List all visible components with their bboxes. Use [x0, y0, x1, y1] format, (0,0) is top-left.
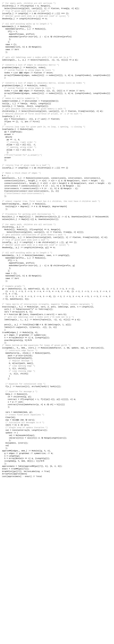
- code-line: ];: [2, 41, 112, 43]
- code-line: (* Converts a list of edges to adjacency…: [2, 64, 112, 66]
- code-line: [2, 408, 112, 411]
- code-line: -1, J[[1, child]]: [2, 372, 112, 375]
- code-line: ];: [2, 378, 112, 380]
- code-line: yy[i_] := ToExpression["y" <> ToString[i…: [2, 308, 112, 311]
- code-line: (* almost regular tree, first level has …: [2, 200, 112, 203]
- code-line: interconnectL = connectLevel[1 + h (# - …: [2, 187, 112, 190]
- code-line: nodes = List @@@ edges // Flatten // Uni…: [2, 72, 112, 74]
- code-line: makeSAWsr[{#}, k] & /@ Range[n];: [2, 274, 112, 277]
- code-line: (* custom flatten to allow edges be list…: [2, 87, 112, 90]
- code-line: vars = Array[yy[#] &, n];: [2, 311, 112, 313]
- code-line: [2, 388, 112, 390]
- code-line: p[[pp + 1]] < p[[-2]], -1,: [2, 144, 112, 146]
- code-line: H = Function @@ {vars, Expand[vars.J.var…: [2, 313, 112, 316]
- code-line: GraphPlot[gs[[7]], VertexLabeling -> Tru…: [2, 470, 112, 473]
- code-line: children2[p_] := Select[Position[g[[All,…: [2, 110, 112, 112]
- code-line: pp == -1, 0,: [2, 138, 112, 141]
- code-line: loopType[p_] := Module[{pp},: [2, 128, 112, 131]
- code-line: (* Initialize all messages to 0 *): [2, 421, 112, 424]
- code-line: (* Whether given path ends in a dead-end…: [2, 244, 112, 246]
- code-line: eqs = Hold@m [bm /@ vars];: [2, 419, 112, 421]
- code-line: );: [2, 439, 112, 442]
- code-line: (* Example graphs *): [2, 285, 112, 288]
- code-line: (* gets all labelings over n nodes with …: [2, 56, 112, 59]
- code-line: (* True if given path ends with a leaf *…: [2, 239, 112, 241]
- code-line: ];: [2, 159, 112, 162]
- code-line: R = .;: [2, 174, 112, 177]
- code-line: Array[If[MemberQ[edges, nodes[[#1]] -> n…: [2, 92, 112, 95]
- code-line: (* custom flatten to allow edges be list…: [2, 69, 112, 72]
- code-line: (* gets all labelings over n nodes with …: [2, 316, 112, 318]
- code-line: connectLevels[start_, height_] := x[#] -…: [2, 182, 112, 185]
- code-line: ArrayPlot[approximate]: [2, 473, 112, 475]
- code-line: Which[: [2, 136, 112, 138]
- code-line: [2, 249, 112, 252]
- code-line: val = ReleaseHold[eqs];: [2, 434, 112, 437]
- code-line: (* opening, wrong order *): [2, 146, 112, 149]
- code-line: exactIsing[J_, h_] := Module[{pr, vars, …: [2, 306, 112, 308]
- code-line: update := (: [2, 432, 112, 434]
- code-line: ];: [2, 447, 112, 450]
- code-line: If[j > 1,: [2, 30, 112, 33]
- code-line: ];: [2, 462, 112, 465]
- code-line: trueMM[edges_] := Module[{g, n},: [2, 331, 112, 334]
- code-line: 0, m[tail[path, mem]],: [2, 362, 112, 365]
- code-line: answer: [2, 156, 112, 159]
- code-line: ];: [2, 151, 112, 154]
- code-line: [2, 79, 112, 82]
- code-line: (* Converts a list of edges to adjacency…: [2, 82, 112, 84]
- code-line: val = ConstantArray[0, Length[vars]];: [2, 429, 112, 432]
- code-line: contract = If[Length[p] > 1, f[J[[p[[-2]…: [2, 398, 112, 401]
- code-line: (* constructs edge factor *): [2, 349, 112, 352]
- code-line: Switch[loopType[path],: [2, 357, 112, 360]
- code-line: contract[Total[makeFactor[p, #] & /@ ch]…: [2, 403, 112, 406]
- code-line: {1 -> 2, 1 -> 3, 2 -> 3, 3 -> 4, 4 -> 5,…: [2, 290, 112, 296]
- code-line: isLeaf[p_] := Length[p] > 1 && children[…: [2, 12, 112, 15]
- code-document: (* For empty path, children are all vert…: [0, 0, 114, 485]
- code-line: ];: [2, 280, 112, 282]
- code-line: Table[1/2 Log[pots[i, 1]/pots[i, -1]], {…: [2, 326, 112, 329]
- code-line: n = Array[Boole[# == 1] &, {Length[g]}];: [2, 336, 112, 339]
- code-line: If[j > 1,: [2, 259, 112, 262]
- code-line: children2[g_, p_] := Select[Position[g[[…: [2, 236, 112, 239]
- code-line: Clear[m];: [2, 416, 112, 419]
- code-line: Array[If[MemberQ[edges, nodes[[#1]] -> n…: [2, 74, 112, 77]
- code-line: nodes = List @@@ edges // Flatten[#, {{1…: [2, 90, 112, 92]
- code-line: interconnect = connectLevels[(1 + h (# -…: [2, 185, 112, 187]
- code-line: [2, 198, 112, 200]
- code-line: labelings[n_, i_, p_] := Select[Tuples[{…: [2, 59, 112, 61]
- code-line: pp = loopPos[p];: [2, 131, 112, 133]
- code-line: (* makes 0-1 matrix symmetric *): [2, 97, 112, 100]
- code-line: approxMM[edges_, mem_] := Module[{g, h, …: [2, 450, 112, 452]
- code-line: AppendTo[saws, prefix];: [2, 33, 112, 36]
- code-line: (* returns loop type for given path (0, …: [2, 126, 112, 128]
- code-line: isingSAW[J_, h_, mem_, iters_] := Module…: [2, 347, 112, 349]
- code-line: gs = {makeChain[2, 2], makeTree[2, 3], {…: [2, 288, 112, 290]
- code-line: (* returns True if given node is a leaf …: [2, 164, 112, 167]
- code-line: 1, I[J, child]],: [2, 367, 112, 370]
- code-line: isLeaf[p_] := Length[p] > 1 && children[…: [2, 167, 112, 169]
- code-line: (* For empty path, children are all vert…: [2, 223, 112, 226]
- code-line: symmetrize[mat_] := Unitize[mat + Transp…: [2, 100, 112, 102]
- code-line: (* gets possible continuations of given …: [2, 234, 112, 236]
- code-line: pos = Position[p[[;; -2]], p // Last] //…: [2, 118, 112, 120]
- code-line: ];: [2, 342, 112, 344]
- code-line: ];: [2, 270, 112, 272]
- code-line: (* True if given path ends with a leaf *…: [2, 10, 112, 12]
- code-line: (* Equation for message p *): [2, 390, 112, 393]
- code-line: ];: [2, 195, 112, 198]
- code-line: tail[p_, i_] := Take[p, -Min[i, Length[p…: [2, 102, 112, 105]
- code-line: [2, 162, 112, 164]
- code-line: [2, 54, 112, 56]
- code-line: ];: [2, 406, 112, 408]
- code-line: makeFactor[p_, child_] := Module[{path},: [2, 352, 112, 354]
- code-line: graph2mat[edges_] := Module[{n, nodes},: [2, 66, 112, 69]
- code-line: connectLevel[start_, height_] := x[#] ->…: [2, 180, 112, 182]
- code-line: deadend[p_] := Length[children[p]] == 0;: [2, 18, 112, 20]
- code-line: exact = trueMM[gs[[7]]];: [2, 468, 112, 470]
- code-line: f[x_] := Function[{r}, ArcTanh[Tanh[r] T…: [2, 385, 112, 388]
- code-line: val: [2, 444, 112, 447]
- code-line: [2, 221, 112, 223]
- code-line: (* For empty path, children are all vert…: [2, 2, 112, 5]
- code-line: graph2mat2[edges_] := Module[{n, nodes},: [2, 84, 112, 87]
